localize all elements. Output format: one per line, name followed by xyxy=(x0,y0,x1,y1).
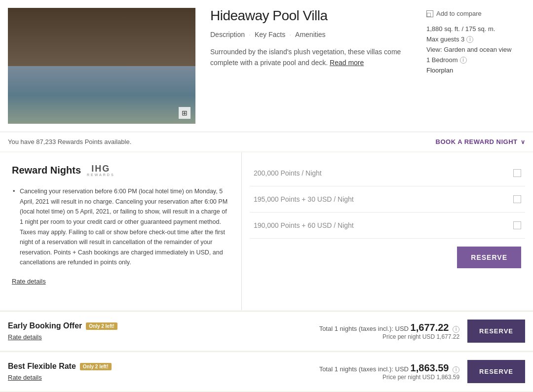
offer-left-1: Best Flexible Rate Only 2 left! Rate det… xyxy=(8,362,112,381)
reward-title: Reward Nights xyxy=(12,165,81,176)
offer-reserve-button-1[interactable]: RESERVE xyxy=(467,360,525,383)
spec-max-guests: Max guests 3 i xyxy=(426,36,525,43)
svg-rect-9 xyxy=(47,67,126,92)
reward-nights-section: Reward Nights IHG REWARDS Canceling your… xyxy=(0,152,533,310)
reward-option-checkbox-1[interactable] xyxy=(513,195,521,203)
spec-bedroom: 1 Bedroom i xyxy=(426,56,525,64)
offer-right-0: Total 1 nights (taxes incl.): USD 1,677.… xyxy=(319,320,525,343)
villa-specs: □ Add to compare 1,880 sq. ft. / 175 sq.… xyxy=(426,8,525,77)
svg-rect-16 xyxy=(8,97,195,124)
compare-checkbox-icon[interactable]: □ xyxy=(426,10,433,17)
svg-point-14 xyxy=(116,23,176,72)
book-reward-button[interactable]: BOOK A REWARD NIGHT ∨ xyxy=(436,138,525,145)
tab-description[interactable]: Description xyxy=(210,31,245,38)
svg-rect-2 xyxy=(8,82,195,124)
ihg-rewards-text: REWARDS xyxy=(87,173,115,177)
offers-container: Early Booking Offer Only 2 left! Rate de… xyxy=(0,311,533,391)
offer-total-1: Total 1 nights (taxes incl.): USD 1,863.… xyxy=(319,362,459,374)
page-container: ⊞ Hideaway Pool Villa Description · Key … xyxy=(0,0,533,391)
reserve-btn-container: RESERVE xyxy=(250,239,525,276)
rewards-banner: You have 87,233 Rewards Points available… xyxy=(0,132,533,151)
tab-sep-2: · xyxy=(289,31,291,38)
svg-point-15 xyxy=(146,37,195,77)
reward-option-label-1: 195,000 Points + 30 USD / Night xyxy=(254,195,354,203)
offer-badge-0: Only 2 left! xyxy=(86,322,117,330)
svg-rect-13 xyxy=(107,69,129,74)
offer-row-1: Best Flexible Rate Only 2 left! Rate det… xyxy=(0,352,533,391)
reward-option-1[interactable]: 195,000 Points + 30 USD / Night xyxy=(250,186,525,213)
offer-title-row-0: Early Booking Offer Only 2 left! xyxy=(8,321,117,330)
reward-option-label-2: 190,000 Points + 60 USD / Night xyxy=(254,221,354,229)
offer-pricing-1: Total 1 nights (taxes incl.): USD 1,863.… xyxy=(319,362,459,381)
svg-rect-17 xyxy=(156,77,176,92)
offer-info-icon-1[interactable]: i xyxy=(453,366,459,373)
reward-option-2[interactable]: 190,000 Points + 60 USD / Night xyxy=(250,213,525,239)
villa-title: Hideaway Pool Villa xyxy=(210,8,412,24)
reward-option-checkbox-0[interactable] xyxy=(513,169,521,177)
svg-rect-18 xyxy=(8,8,47,124)
read-more-link[interactable]: Read more xyxy=(330,59,364,67)
svg-rect-3 xyxy=(8,8,97,82)
room-interior-bg xyxy=(8,8,195,124)
svg-rect-4 xyxy=(8,8,195,37)
offer-per-night-0: Price per night USD 1,677.22 xyxy=(319,333,459,340)
offer-left-0: Early Booking Offer Only 2 left! Rate de… xyxy=(8,321,117,341)
reward-option-label-0: 200,000 Points / Night xyxy=(254,169,322,177)
svg-rect-1 xyxy=(97,8,195,77)
spec-floorplan[interactable]: Floorplan xyxy=(426,67,525,74)
reward-right-panel: 200,000 Points / Night 195,000 Points + … xyxy=(242,152,533,310)
villa-top-section: ⊞ Hideaway Pool Villa Description · Key … xyxy=(0,0,533,132)
reward-header: Reward Nights IHG REWARDS xyxy=(12,164,229,177)
offers-section: Early Booking Offer Only 2 left! Rate de… xyxy=(0,311,533,391)
guests-info-icon[interactable]: i xyxy=(466,36,473,43)
compare-label: Add to compare xyxy=(436,10,482,17)
reward-policy-text: Canceling your reservation before 6:00 P… xyxy=(12,186,229,268)
offer-total-0: Total 1 nights (taxes incl.): USD 1,677.… xyxy=(319,322,459,333)
floorplan-link[interactable]: Floorplan xyxy=(426,67,453,74)
spec-size: 1,880 sq. ft. / 175 sq. m. xyxy=(426,25,525,33)
bedroom-info-icon[interactable]: i xyxy=(460,57,467,64)
offer-rate-link-0[interactable]: Rate details xyxy=(8,333,117,341)
offer-row-0: Early Booking Offer Only 2 left! Rate de… xyxy=(0,311,533,351)
offer-info-icon-0[interactable]: i xyxy=(453,326,459,333)
svg-rect-0 xyxy=(8,8,195,124)
spec-view: View: Garden and ocean view xyxy=(426,46,525,53)
offer-per-night-1: Price per night USD 1,863.59 xyxy=(319,374,459,381)
reward-option-checkbox-2[interactable] xyxy=(513,221,521,229)
reward-reserve-button[interactable]: RESERVE xyxy=(457,247,521,268)
rewards-points-text: You have 87,233 Rewards Points available… xyxy=(8,138,131,145)
villa-description: Surrounded by the island's plush vegetat… xyxy=(210,46,412,69)
offer-reserve-button-0[interactable]: RESERVE xyxy=(467,320,525,343)
offer-pricing-0: Total 1 nights (taxes incl.): USD 1,677.… xyxy=(319,322,459,340)
offer-title-row-1: Best Flexible Rate Only 2 left! xyxy=(8,362,112,371)
offer-title-1: Best Flexible Rate xyxy=(8,362,76,371)
svg-rect-11 xyxy=(50,72,124,89)
reward-options-container: 200,000 Points / Night 195,000 Points + … xyxy=(250,160,525,239)
add-to-compare[interactable]: □ Add to compare xyxy=(426,10,525,17)
book-reward-label: BOOK A REWARD NIGHT xyxy=(436,138,518,145)
offer-rate-link-1[interactable]: Rate details xyxy=(8,374,112,381)
tab-sep-1: · xyxy=(249,31,251,38)
tab-amenities[interactable]: Amenities xyxy=(295,31,325,38)
chevron-down-icon: ∨ xyxy=(521,139,526,145)
svg-rect-12 xyxy=(52,69,75,74)
tab-key-facts[interactable]: Key Facts xyxy=(255,31,285,38)
villa-tabs: Description · Key Facts · Amenities xyxy=(210,31,412,38)
reward-rate-details-link[interactable]: Rate details xyxy=(12,278,229,285)
svg-rect-8 xyxy=(42,35,131,74)
reward-option-0[interactable]: 200,000 Points / Night xyxy=(250,160,525,186)
offer-right-1: Total 1 nights (taxes incl.): USD 1,863.… xyxy=(319,360,525,383)
expand-icon[interactable]: ⊞ xyxy=(179,107,190,119)
villa-image: ⊞ xyxy=(8,8,195,124)
reward-left-panel: Reward Nights IHG REWARDS Canceling your… xyxy=(0,152,242,310)
villa-illustration xyxy=(8,8,195,124)
villa-info: Hideaway Pool Villa Description · Key Fa… xyxy=(205,8,417,74)
ihg-logo: IHG REWARDS xyxy=(87,164,115,177)
offer-title-0: Early Booking Offer xyxy=(8,321,82,330)
svg-rect-10 xyxy=(47,63,126,69)
offer-badge-1: Only 2 left! xyxy=(80,363,112,370)
ihg-text: IHG xyxy=(91,164,110,173)
